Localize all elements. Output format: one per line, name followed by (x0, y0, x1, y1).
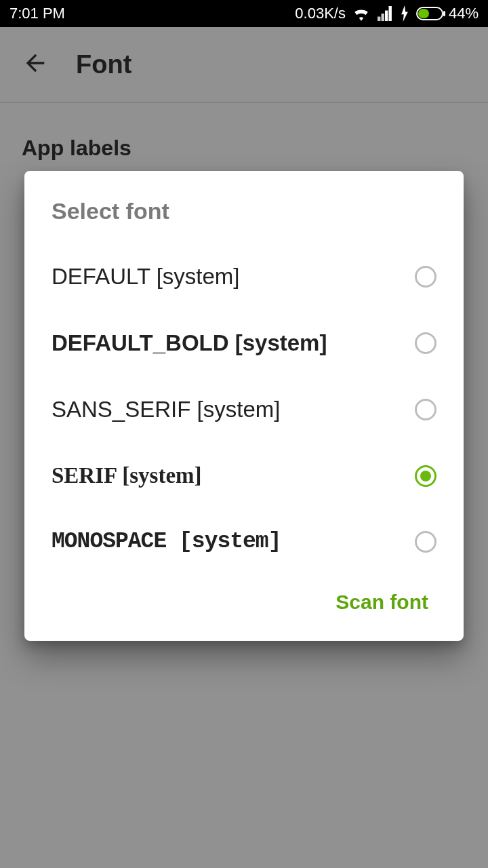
wifi-icon (352, 6, 370, 21)
status-bar: 7:01 PM 0.03K/s 44% (0, 0, 488, 27)
radio-icon (415, 266, 436, 288)
font-option-sans-serif[interactable]: SANS_SERIF [system] (24, 376, 464, 443)
font-option-label: DEFAULT [system] (52, 264, 240, 290)
font-option-default-bold[interactable]: DEFAULT_BOLD [system] (24, 310, 464, 376)
font-option-label: MONOSPACE [system] (52, 529, 281, 554)
signal-icon (377, 6, 393, 21)
charging-icon (400, 5, 409, 22)
font-option-monospace[interactable]: MONOSPACE [system] (24, 509, 464, 574)
status-netrate: 0.03K/s (295, 5, 346, 22)
radio-icon (415, 399, 436, 420)
svg-rect-2 (418, 9, 429, 18)
radio-selected-icon (415, 465, 436, 487)
dialog-actions: Scan font (24, 574, 464, 614)
radio-icon (415, 332, 436, 354)
battery-percent: 44% (449, 5, 479, 22)
scan-font-button[interactable]: Scan font (336, 591, 428, 614)
font-options-list: DEFAULT [system] DEFAULT_BOLD [system] S… (24, 243, 464, 574)
font-option-default[interactable]: DEFAULT [system] (24, 243, 464, 310)
font-option-label: SANS_SERIF [system] (52, 397, 280, 422)
status-time: 7:01 PM (9, 5, 65, 22)
font-option-serif[interactable]: SERIF [system] (24, 443, 464, 509)
select-font-dialog: Select font DEFAULT [system] DEFAULT_BOL… (24, 171, 464, 641)
dialog-title: Select font (24, 198, 464, 243)
font-option-label: DEFAULT_BOLD [system] (52, 330, 327, 356)
font-option-label: SERIF [system] (52, 463, 202, 488)
status-right: 0.03K/s 44% (295, 5, 479, 22)
svg-rect-1 (443, 11, 445, 16)
battery-icon (416, 7, 446, 20)
radio-icon (415, 531, 436, 553)
